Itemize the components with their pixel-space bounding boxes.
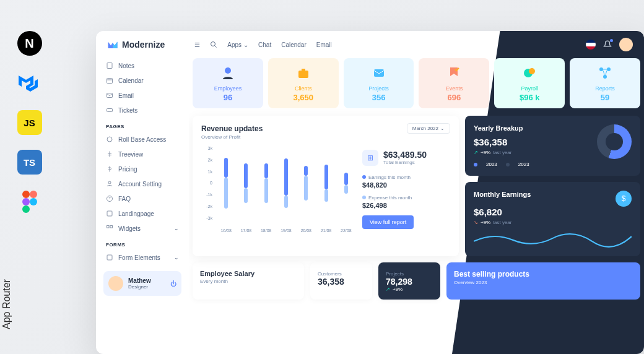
user-name: Mathew: [128, 277, 151, 284]
user-icon: [106, 180, 113, 188]
stat-card-projects[interactable]: Projects356: [344, 58, 414, 108]
sidebar-item-widgets[interactable]: Widgets⌄: [103, 221, 181, 236]
stat-card-reports[interactable]: Reports59: [570, 58, 640, 108]
sidebar-item-notes[interactable]: Notes: [103, 58, 181, 73]
user-avatar[interactable]: [619, 38, 633, 51]
logo-mark-icon: [107, 39, 118, 50]
arrow-down-icon: ↘: [474, 220, 478, 225]
revenue-summary: ⊞ $63,489.50 Total Earnings Eanings this…: [362, 146, 450, 233]
menu-icon[interactable]: ☰: [194, 41, 200, 48]
customers-value: 36,358: [318, 277, 365, 287]
stats-row: Employees96Clients3,650Projects356Events…: [193, 58, 640, 108]
nav-email[interactable]: Email: [316, 41, 332, 48]
nav-apps[interactable]: Apps⌄: [227, 41, 248, 48]
monthly-change: +9%: [481, 220, 490, 225]
svg-point-4: [22, 205, 30, 213]
search-icon[interactable]: [210, 41, 217, 48]
nav-calendar[interactable]: Calendar: [281, 41, 307, 48]
best-sub: Overview 2023: [454, 280, 633, 285]
salary-sub: Every month: [200, 278, 297, 284]
page-icon: [106, 210, 113, 217]
help-icon: [106, 195, 113, 202]
legend-label: 2023: [486, 162, 497, 167]
sidebar-item-account[interactable]: Account Setting: [103, 176, 181, 191]
notes-icon: [106, 62, 113, 69]
stat-label: Employees: [195, 85, 261, 92]
chevron-down-icon: ⌄: [174, 225, 179, 231]
stat-card-clients[interactable]: Clients3,650: [268, 58, 339, 108]
svg-rect-9: [107, 79, 113, 84]
flag-icon[interactable]: [586, 40, 596, 50]
power-icon[interactable]: ⏻: [170, 280, 176, 287]
sidebar-label: Tickets: [118, 107, 137, 114]
lock-icon: [106, 136, 113, 143]
stat-icon: [372, 66, 386, 80]
sidebar-label: Pricing: [118, 166, 137, 173]
svg-point-2: [22, 198, 30, 205]
brand-text: Modernize: [122, 40, 165, 50]
projects-title: Projects: [386, 271, 433, 277]
bell-icon[interactable]: [603, 40, 612, 49]
stat-icon: [598, 66, 612, 80]
chevron-down-icon: ⌄: [174, 254, 179, 261]
tree-icon: [106, 150, 113, 158]
main-content: Employees96Clients3,650Projects356Events…: [189, 58, 644, 354]
sidebar-label: Notes: [118, 63, 134, 69]
customers-title: Customers: [318, 271, 365, 277]
view-report-button[interactable]: View full report: [362, 215, 414, 229]
app-window: Modernize ☰ Apps⌄ Chat Calendar Email No…: [96, 31, 644, 354]
sidebar-item-landing[interactable]: Landingpage: [103, 206, 181, 221]
monthly-earnings-card: Monthly Earnings $ $6,820 ↘+9%last year: [465, 182, 640, 256]
stat-label: Clients: [271, 85, 336, 92]
js-icon: JS: [17, 110, 42, 135]
figma-icon: [17, 189, 42, 214]
monthly-value: $6,820: [474, 207, 632, 217]
svg-point-13: [107, 137, 112, 142]
yearly-change-label: last year: [493, 150, 511, 155]
svg-rect-12: [107, 109, 113, 112]
expense-label: Expense this month: [368, 195, 412, 201]
sidebar-item-email[interactable]: Email: [103, 88, 181, 103]
monthly-change-label: last year: [493, 220, 511, 225]
sidebar-label: Email: [118, 92, 134, 99]
svg-line-7: [215, 46, 217, 48]
bottom-row: Employee Salary Every month Customers 36…: [193, 262, 640, 300]
right-column: Yearly Breakup $36,358 ↗+9%last year 202…: [465, 116, 640, 256]
legend-dot-icon: [506, 163, 510, 166]
svg-rect-22: [302, 69, 305, 71]
stat-icon: [296, 66, 311, 80]
dot-icon: [362, 196, 366, 199]
sidebar-item-calendar[interactable]: Calendar: [103, 73, 181, 88]
total-earnings-value: $63,489.50: [383, 150, 427, 160]
svg-point-25: [529, 68, 535, 74]
sidebar-label: FAQ: [118, 196, 131, 202]
sidebar-item-treeview[interactable]: Treeview: [103, 147, 181, 162]
header-nav: ☰ Apps⌄ Chat Calendar Email: [194, 41, 332, 48]
user-card[interactable]: Mathew Designer ⏻: [103, 271, 181, 296]
sidebar-item-form-elements[interactable]: Form Elements⌄: [103, 250, 181, 265]
sidebar-label: Widgets: [118, 225, 141, 232]
sidebar-label: Treeview: [118, 151, 143, 158]
chevron-down-icon: ⌄: [243, 41, 248, 48]
sidebar-label: Calendar: [118, 77, 144, 84]
sidebar-item-pricing[interactable]: Pricing: [103, 162, 181, 176]
stat-icon: [446, 66, 461, 80]
yearly-value: $36,358: [474, 137, 590, 147]
dot-icon: [362, 175, 366, 179]
stat-label: Payroll: [497, 85, 562, 92]
period-select[interactable]: March 2022⌄: [407, 123, 450, 134]
sparkline-chart: [474, 229, 632, 248]
stat-card-employees[interactable]: Employees96: [193, 58, 263, 108]
nav-chat[interactable]: Chat: [258, 41, 271, 48]
yearly-title: Yearly Breakup: [474, 124, 590, 132]
best-title: Best selling products: [454, 270, 633, 278]
projects-value: 78,298: [386, 277, 433, 287]
stat-card-payroll[interactable]: Payroll$96 k: [494, 58, 565, 108]
stat-card-events[interactable]: Events696: [419, 58, 489, 108]
sidebar-item-faq[interactable]: FAQ: [103, 191, 181, 206]
sidebar-item-rbac[interactable]: Roll Base Access: [103, 132, 181, 147]
stat-value: 3,650: [271, 93, 336, 102]
svg-point-3: [30, 198, 37, 205]
sidebar-item-tickets[interactable]: Tickets: [103, 103, 181, 118]
brand-logo[interactable]: Modernize: [107, 39, 165, 50]
